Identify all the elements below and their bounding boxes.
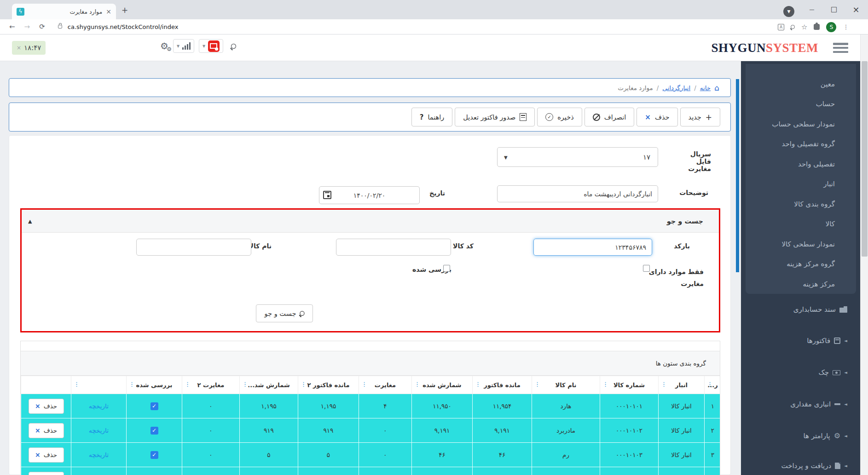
- collapse-icon[interactable]: [28, 218, 32, 224]
- only-discrepancy-checkbox[interactable]: [643, 265, 650, 272]
- column-header[interactable]: مانده فاکتور ۲: [298, 376, 359, 394]
- product-name-input[interactable]: [136, 239, 251, 256]
- toolbar-button-plus[interactable]: +جدید: [680, 108, 720, 126]
- column-header[interactable]: مغایرت: [359, 376, 412, 394]
- sidebar-item[interactable]: فاکتورها: [741, 332, 860, 349]
- row-delete-button[interactable]: حذف: [29, 423, 64, 438]
- calendar-icon[interactable]: [323, 191, 331, 199]
- toolbar-button-question[interactable]: راهنما?: [411, 108, 453, 126]
- column-grouping-bar[interactable]: گروه بندی ستون ها: [21, 351, 720, 376]
- sidebar-item[interactable]: حساب: [746, 94, 856, 114]
- column-header[interactable]: [71, 376, 127, 394]
- column-menu-icon[interactable]: [534, 381, 540, 388]
- sidebar-item[interactable]: پارامتر ها: [741, 428, 860, 444]
- search-submit-button[interactable]: جست و جو: [256, 304, 313, 322]
- column-menu-icon[interactable]: [707, 381, 713, 388]
- bookmark-star-icon[interactable]: [801, 23, 807, 31]
- row-checked-checkbox[interactable]: [150, 451, 158, 459]
- column-menu-icon[interactable]: [129, 381, 135, 388]
- sidebar-item[interactable]: کالا: [746, 214, 856, 235]
- row-delete-button[interactable]: حذف: [29, 399, 64, 414]
- toolbar-button-check[interactable]: ذخیره✓: [537, 108, 582, 126]
- column-header[interactable]: شمارش شده: [412, 376, 473, 394]
- product-code-input[interactable]: [336, 239, 451, 256]
- date-input[interactable]: ۱۴۰۰/۰۲/۲۰: [319, 186, 420, 204]
- media-controls-button[interactable]: [783, 6, 794, 17]
- column-header[interactable]: [21, 376, 71, 394]
- history-link[interactable]: تاریخچه: [89, 427, 109, 434]
- close-button[interactable]: [845, 0, 867, 18]
- column-menu-icon[interactable]: [661, 381, 667, 388]
- column-header[interactable]: شمارش شد...: [240, 376, 298, 394]
- column-menu-icon[interactable]: [242, 381, 248, 388]
- checked-filter-checkbox[interactable]: [443, 265, 450, 272]
- description-input[interactable]: [497, 185, 658, 202]
- url-text[interactable]: ca.shygunsys.net/StockControl/index: [68, 23, 179, 30]
- toolbar-button-x[interactable]: حذف×: [637, 108, 677, 126]
- history-link[interactable]: تاریخچه: [89, 451, 109, 458]
- column-menu-icon[interactable]: [361, 381, 367, 388]
- sidebar-item[interactable]: نمودار سطحی کالا: [746, 234, 856, 254]
- column-header[interactable]: نام کالا: [532, 376, 600, 394]
- browser-tab[interactable]: موارد مغایرت: [12, 4, 116, 19]
- column-header[interactable]: شماره کالا: [600, 376, 659, 394]
- toolbar-button-ban[interactable]: انصراف: [584, 108, 635, 126]
- history-link[interactable]: تاریخچه: [89, 402, 109, 410]
- row-delete-button[interactable]: حذف: [29, 447, 64, 463]
- toolbar-button-doc[interactable]: صدور فاکتور تعدیل: [455, 108, 535, 126]
- column-menu-icon[interactable]: [602, 381, 608, 388]
- column-menu-icon[interactable]: [185, 381, 191, 388]
- barcode-input[interactable]: [533, 239, 652, 256]
- sidebar-item[interactable]: تفصیلی واحد: [746, 154, 856, 174]
- close-session-icon[interactable]: [17, 45, 21, 51]
- row-checked-checkbox[interactable]: [150, 402, 158, 410]
- sidebar-item[interactable]: مرکز هزینه: [746, 274, 856, 294]
- sidebar-item[interactable]: دریافت و پرداخت: [741, 458, 860, 474]
- serial-file-select[interactable]: ۱۷: [497, 147, 658, 167]
- column-header[interactable]: انبار: [659, 376, 705, 394]
- column-header[interactable]: مانده فاکتور: [473, 376, 532, 394]
- zoom-icon[interactable]: [791, 25, 795, 29]
- sidebar-item[interactable]: معین: [746, 74, 856, 94]
- chart-dropdown[interactable]: [173, 39, 194, 53]
- sidebar-item[interactable]: نمودار سطحی حساب: [746, 114, 856, 134]
- hamburger-menu-icon[interactable]: [833, 43, 848, 53]
- sidebar-item[interactable]: گروه بندی کالا: [746, 194, 856, 214]
- extensions-icon[interactable]: [814, 24, 820, 30]
- session-time-badge[interactable]: ۱۸:۴۷: [12, 41, 46, 55]
- sidebar-item[interactable]: گروه تفصیلی واحد: [746, 134, 856, 155]
- translate-icon[interactable]: [778, 24, 784, 30]
- forward-icon[interactable]: →: [24, 23, 30, 31]
- breadcrumb-item[interactable]: خانه: [700, 84, 711, 92]
- search-icon[interactable]: [231, 43, 236, 48]
- row-delete-button[interactable]: حذف: [29, 472, 64, 475]
- page-scrollbar[interactable]: [860, 34, 868, 475]
- column-menu-icon[interactable]: [475, 381, 481, 388]
- column-menu-icon[interactable]: [74, 381, 80, 388]
- search-section-header[interactable]: جست و جو: [22, 210, 719, 233]
- sidebar-item[interactable]: چک: [741, 364, 860, 381]
- column-header[interactable]: بررسی شده: [127, 376, 182, 394]
- sidebar-item[interactable]: انباری مقداری: [741, 396, 860, 412]
- sidebar-item[interactable]: انبار: [746, 174, 856, 195]
- tab-close-icon[interactable]: [106, 8, 111, 15]
- maximize-button[interactable]: [823, 0, 845, 18]
- column-header[interactable]: ر...: [705, 376, 721, 394]
- breadcrumb-item[interactable]: انبارگردانی: [662, 84, 690, 92]
- back-icon[interactable]: ←: [9, 23, 15, 31]
- column-menu-icon[interactable]: [301, 381, 307, 388]
- browser-menu-icon[interactable]: [843, 23, 849, 30]
- remote-support-dropdown[interactable]: [199, 39, 223, 53]
- new-tab-button[interactable]: [122, 6, 128, 15]
- settings-gears-icon[interactable]: [160, 40, 168, 52]
- reload-icon[interactable]: ⟳: [39, 23, 45, 31]
- scrollbar-thumb[interactable]: [862, 61, 868, 257]
- sidebar-item[interactable]: گروه مرکز هزینه: [746, 254, 856, 275]
- sidebar-item[interactable]: سند حسابداری: [741, 301, 860, 318]
- column-menu-icon[interactable]: [414, 381, 420, 388]
- lock-icon[interactable]: [58, 25, 62, 29]
- row-checked-checkbox[interactable]: [150, 427, 158, 435]
- profile-avatar[interactable]: S: [826, 22, 836, 32]
- column-header[interactable]: مغایرت ۲: [182, 376, 240, 394]
- minimize-button[interactable]: [801, 0, 823, 18]
